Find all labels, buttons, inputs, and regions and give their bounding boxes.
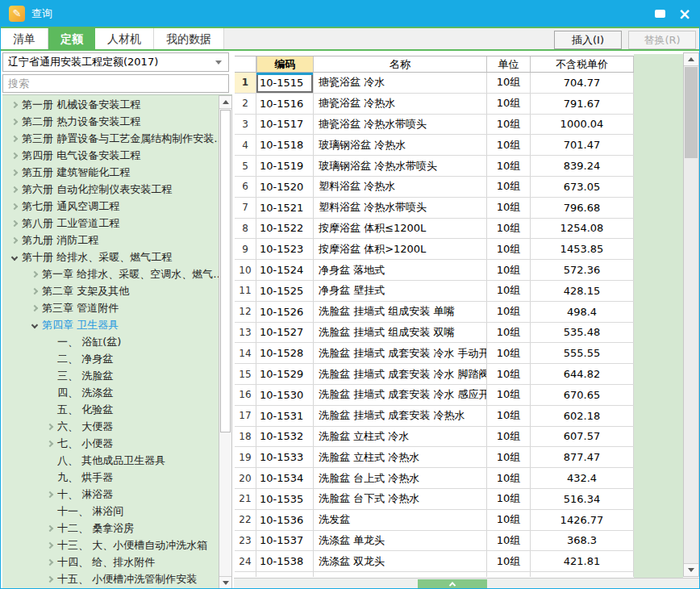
table-row[interactable]: 24 10-1538 洗涤盆 双龙头 10组 421.81 [235,551,634,572]
restore-button[interactable] [655,10,665,18]
table-row[interactable]: 16 10-1530 洗脸盆 挂墙式 成套安装 冷水 感应开关 10组 670.… [235,385,634,406]
quota-library-dropdown[interactable]: 辽宁省通用安装工程定额(2017) [2,52,229,72]
tree-item[interactable]: 十、 淋浴器 [2,486,219,503]
name-cell: 净身盆 落地式 [314,260,487,280]
scroll-down-button[interactable] [219,576,231,589]
table-header-row: 编码 名称 单位 不含税单价 [235,56,634,73]
tree-item[interactable]: 第五册 建筑智能化工程 [2,164,219,181]
table-row[interactable]: 2 10-1516 搪瓷浴盆 冷热水 10组 791.67 [235,94,634,115]
tree-item[interactable]: 四、 洗涤盆 [2,384,219,401]
tree-item-label: 第四章 卫生器具 [42,318,119,332]
tree-item[interactable]: 八、 其他成品卫生器具 [2,452,219,469]
table-row[interactable]: 12 10-1526 洗脸盆 挂墙式 组成安装 单嘴 10组 498.4 [235,302,634,323]
tree-item[interactable]: 第二章 支架及其他 [2,282,219,299]
tree-item-label: 第二册 热力设备安装工程 [22,115,140,129]
tree-item[interactable]: 一、 浴缸(盆) [2,333,219,350]
code-cell: 10-1523 [256,239,314,259]
tab-dinge[interactable]: 定额 [48,28,95,49]
tree-item[interactable]: 二、 净身盆 [2,350,219,367]
unit-cell: 10组 [487,239,531,259]
insert-button[interactable]: 插入(I) [554,31,622,49]
name-cell: 搪瓷浴盆 冷水 [314,73,487,93]
search-input[interactable] [2,74,229,93]
tree-item[interactable]: 第六册 自动化控制仪表安装工程 [2,181,219,198]
table-row[interactable]: 19 10-1533 洗脸盆 立柱式 冷热水 10组 877.47 [235,447,634,468]
table-row[interactable]: 17 10-1531 洗脸盆 挂墙式 成套安装 冷热水 10组 602.18 [235,406,634,427]
row-number-cell: 2 [235,94,256,114]
tree-item[interactable]: 七、 小便器 [2,435,219,452]
chevron-right-icon [11,203,18,209]
tab-qingdan[interactable]: 清单 [1,28,48,49]
tree-item[interactable]: 第一册 机械设备安装工程 [2,96,219,113]
tree-item[interactable]: 九、 烘手器 [2,469,219,486]
tree-item[interactable]: 五、 化验盆 [2,401,219,418]
tree-item[interactable]: 第二册 热力设备安装工程 [2,113,219,130]
triangle-down-icon [688,568,694,572]
tree-item[interactable]: 三、 洗脸盆 [2,367,219,384]
table-row[interactable]: 3 10-1517 搪瓷浴盆 冷热水带喷头 10组 1000.04 [235,115,634,136]
name-cell: 净身盆 壁挂式 [314,281,487,301]
tree-item-label: 七、 小便器 [57,437,113,451]
scroll-up-button[interactable] [219,96,231,109]
tree-scrollbar[interactable] [219,95,232,589]
table-row[interactable]: 7 10-1521 塑料浴盆 冷热水带喷头 10组 796.68 [235,198,634,219]
tree-scrollbar-thumb[interactable] [220,110,231,432]
tree-item[interactable]: 第四册 电气设备安装工程 [2,147,219,164]
code-cell: 10-1515 [256,73,314,93]
close-button[interactable]: × [678,6,691,21]
scroll-up-button[interactable] [684,53,698,66]
tree-item[interactable]: 十二、 桑拿浴房 [2,520,219,537]
tree-item[interactable]: 十一、 淋浴间 [2,503,219,520]
replace-button[interactable]: 替换(R) [628,31,696,49]
unit-cell: 10组 [487,551,531,571]
table-row[interactable]: 21 10-1535 洗脸盆 台下式 冷热水 10组 516.34 [235,489,634,510]
tree-item-label: 第一册 机械设备安装工程 [22,98,140,112]
table-row[interactable]: 4 10-1518 玻璃钢浴盆 冷热水 10组 701.47 [235,135,634,156]
tree-item[interactable]: 第一章 给排水、采暖、空调水、燃气… [2,265,219,282]
tree-item-label: 第三册 静置设备与工艺金属结构制作安装… [22,132,224,146]
table-row[interactable]: 1 10-1515 搪瓷浴盆 冷水 10组 704.77 [235,73,634,94]
name-cell: 洗发盆 [314,510,487,530]
table-row[interactable]: 14 10-1528 洗脸盆 挂墙式 成套安装 冷水 手动开关 10组 555.… [235,343,634,364]
code-cell: 10-1521 [256,198,314,218]
table-scrollbar-thumb[interactable] [685,67,698,158]
tree-item[interactable]: 第三章 管道附件 [2,299,219,316]
tree-item[interactable]: 第八册 工业管道工程 [2,215,219,232]
unit-cell: 10组 [487,427,531,447]
tree-item[interactable]: 第七册 通风空调工程 [2,198,219,215]
scroll-down-button[interactable] [684,563,698,576]
table-row[interactable]: 23 10-1537 洗涤盆 单龙头 10组 368.3 [235,531,634,552]
table-row[interactable]: 9 10-1523 按摩浴盆 体积>1200L 10组 1453.85 [235,239,634,260]
code-cell: 10-1532 [256,427,314,447]
tree-item[interactable]: 六、 大便器 [2,418,219,435]
tab-mydata[interactable]: 我的数据 [154,28,224,49]
tree-item[interactable]: 第九册 消防工程 [2,232,219,249]
tree-item[interactable]: 第四章 卫生器具 [2,316,219,333]
unit-cell: 10组 [487,531,531,551]
table-scrollbar[interactable] [683,52,699,577]
tree-item[interactable]: 第三册 静置设备与工艺金属结构制作安装… [2,130,219,147]
table-row[interactable]: 22 10-1536 洗发盆 10组 1426.77 [235,510,634,531]
tree-item[interactable]: 十四、 给、排水附件 [2,553,219,570]
tree-item[interactable]: 十三、 大、小便槽自动冲洗水箱 [2,537,219,553]
chevron-right-icon [47,491,53,497]
code-cell: 10-1517 [256,115,314,135]
row-number-cell: 6 [235,177,256,197]
tab-rencaiji[interactable]: 人材机 [95,28,154,49]
table-row[interactable]: 18 10-1532 洗脸盆 立柱式 冷水 10组 607.57 [235,427,634,448]
expand-panel-button[interactable] [418,579,487,588]
name-cell: 洗脸盆 台下式 冷热水 [314,489,487,509]
tree-item[interactable]: 第十册 给排水、采暖、燃气工程 [2,249,219,265]
table-row[interactable]: 13 10-1527 洗脸盆 挂墙式 组成安装 双嘴 10组 535.48 [235,323,634,344]
tree-item[interactable]: 十五、 小便槽冲洗管制作安装 [2,570,219,587]
table-row[interactable]: 15 10-1529 洗脸盆 挂墙式 成套安装 冷水 脚踏阀开关 10组 644… [235,364,634,385]
row-number-cell: 19 [235,447,256,467]
table-row[interactable]: 5 10-1519 玻璃钢浴盆 冷热水带喷头 10组 839.24 [235,156,634,177]
table-row[interactable]: 10 10-1524 净身盆 落地式 10组 572.36 [235,260,634,281]
table-row[interactable]: 8 10-1522 按摩浴盆 体积≤1200L 10组 1254.08 [235,219,634,240]
tree-item-label: 第十册 给排水、采暖、燃气工程 [22,250,172,265]
table-row[interactable]: 6 10-1520 塑料浴盆 冷热水 10组 673.05 [235,177,634,198]
price-cell: 796.68 [531,198,634,218]
table-row[interactable]: 20 10-1534 洗脸盆 台上式 冷热水 10组 432.4 [235,468,634,489]
table-row[interactable]: 11 10-1525 净身盆 壁挂式 10组 428.15 [235,281,634,302]
